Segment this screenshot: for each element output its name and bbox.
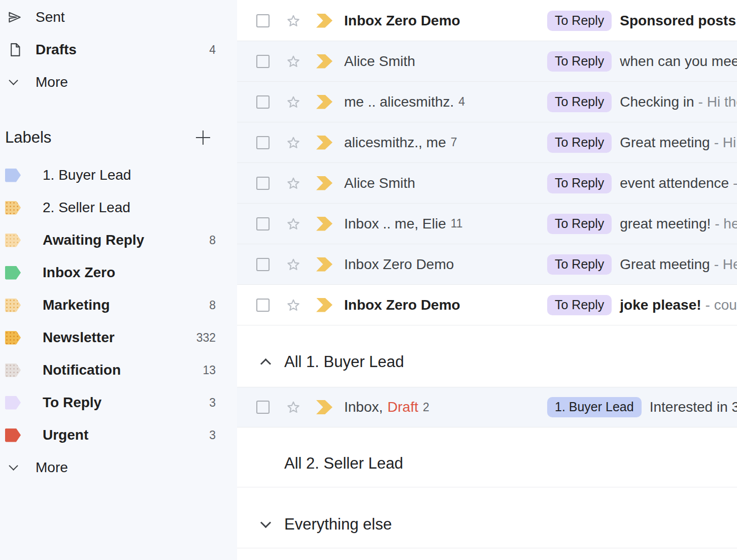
sidebar-label-item[interactable]: Notification 13 bbox=[0, 354, 237, 386]
select-checkbox[interactable] bbox=[256, 217, 270, 230]
sidebar-label-item[interactable]: To Reply 3 bbox=[0, 386, 237, 419]
select-checkbox[interactable] bbox=[256, 136, 270, 149]
select-checkbox[interactable] bbox=[256, 14, 270, 27]
snippet-text: - Hey bbox=[714, 256, 737, 273]
label-badge[interactable]: 1. Buyer Lead bbox=[547, 397, 642, 417]
snippet-text: - hey bbox=[715, 216, 737, 232]
subject-cell: To Reply Great meeting - Hey bbox=[547, 244, 737, 284]
labels-title: Labels bbox=[5, 128, 51, 147]
subject-text: Checking in bbox=[620, 94, 694, 110]
email-row[interactable]: Inbox .. me, Elie 11 To Reply great meet… bbox=[237, 204, 737, 244]
snippet-text: - could bbox=[706, 297, 737, 313]
sidebar-item-label: More bbox=[36, 74, 68, 90]
section-header[interactable]: Everything else bbox=[237, 487, 737, 548]
subject-cell: To Reply Sponsored posts - bbox=[547, 1, 737, 41]
sidebar-item[interactable]: Drafts 4 bbox=[0, 34, 237, 66]
sender-cell: Inbox Zero Demo bbox=[344, 1, 460, 41]
star-icon[interactable] bbox=[285, 135, 302, 151]
sidebar-item-label: More bbox=[36, 459, 68, 476]
email-list: All 1. Buyer Lead All 2. Seller Lead Eve… bbox=[237, 0, 737, 560]
subject-cell: To Reply great meeting! - hey bbox=[547, 204, 737, 244]
sidebar-label-item[interactable]: Newsletter 332 bbox=[0, 321, 237, 354]
drafts-icon bbox=[0, 42, 36, 57]
star-icon[interactable] bbox=[285, 53, 302, 70]
label-badge[interactable]: To Reply bbox=[547, 295, 612, 315]
sidebar-label-item[interactable]: Urgent 3 bbox=[0, 419, 237, 451]
label-tag-icon bbox=[5, 266, 21, 280]
sender-cell: Inbox, Draft 2 bbox=[344, 387, 429, 427]
label-name: Marketing bbox=[43, 297, 110, 313]
subject-text: event attendence bbox=[620, 175, 729, 191]
section-header[interactable]: All 2. Seller Lead bbox=[237, 428, 737, 487]
sidebar-item-label: Sent bbox=[36, 9, 65, 25]
sender-cell: Inbox .. me, Elie 11 bbox=[344, 204, 463, 244]
label-badge[interactable]: To Reply bbox=[547, 51, 612, 72]
section-chevron-icon[interactable] bbox=[260, 358, 271, 369]
select-checkbox[interactable] bbox=[256, 177, 270, 190]
subject-text: Great meeting bbox=[620, 256, 710, 273]
label-badge[interactable]: To Reply bbox=[547, 214, 612, 234]
sidebar-label-item[interactable]: Inbox Zero bbox=[0, 256, 237, 289]
select-checkbox[interactable] bbox=[256, 55, 270, 68]
label-tag-icon bbox=[5, 331, 21, 345]
sender-cell: me .. alicesmithz. 4 bbox=[344, 82, 465, 122]
label-badge[interactable]: To Reply bbox=[547, 92, 612, 112]
sidebar-item[interactable]: Sent bbox=[0, 1, 237, 34]
label-name: Newsletter bbox=[43, 330, 115, 346]
label-name: To Reply bbox=[43, 394, 102, 411]
star-icon[interactable] bbox=[285, 216, 302, 232]
sidebar-item-more-labels[interactable]: More bbox=[0, 451, 237, 484]
star-icon[interactable] bbox=[285, 13, 302, 29]
star-icon[interactable] bbox=[285, 297, 302, 313]
star-icon[interactable] bbox=[285, 399, 302, 415]
email-row[interactable]: Inbox Zero Demo To Reply Great meeting -… bbox=[237, 244, 737, 285]
sidebar-label-item[interactable]: Marketing 8 bbox=[0, 289, 237, 321]
label-tag-icon bbox=[5, 169, 21, 182]
sidebar-item-label: Drafts bbox=[36, 42, 77, 58]
label-badge[interactable]: To Reply bbox=[547, 254, 612, 275]
chevron-down-icon bbox=[0, 81, 36, 84]
thread-count: 4 bbox=[458, 95, 465, 109]
label-badge[interactable]: To Reply bbox=[547, 133, 612, 153]
subject-text: joke please! bbox=[620, 297, 701, 313]
sidebar-label-item[interactable]: Awaiting Reply 8 bbox=[0, 224, 237, 256]
star-icon[interactable] bbox=[285, 175, 302, 191]
label-tag-icon bbox=[5, 364, 21, 377]
label-count: 332 bbox=[196, 331, 216, 345]
sidebar-item[interactable]: More bbox=[0, 66, 237, 98]
snippet-text: - H bbox=[733, 175, 737, 191]
sidebar-item-count: 4 bbox=[209, 43, 216, 57]
sidebar-label-item[interactable]: 1. Buyer Lead bbox=[0, 159, 237, 191]
email-row[interactable]: Inbox Zero Demo To Reply Sponsored posts… bbox=[237, 1, 737, 41]
label-badge[interactable]: To Reply bbox=[547, 173, 612, 193]
sender-name: me .. alicesmithz. bbox=[344, 94, 454, 110]
select-checkbox[interactable] bbox=[256, 258, 270, 271]
section-chevron-icon[interactable] bbox=[260, 517, 271, 528]
section-label: Everything else bbox=[284, 515, 392, 534]
label-name: 1. Buyer Lead bbox=[43, 167, 131, 183]
section-header[interactable]: All 1. Buyer Lead bbox=[237, 325, 737, 387]
label-tag-icon bbox=[5, 234, 21, 247]
label-badge[interactable]: To Reply bbox=[547, 11, 612, 31]
star-icon[interactable] bbox=[285, 94, 302, 110]
send-icon bbox=[0, 10, 36, 25]
add-label-icon[interactable] bbox=[195, 129, 211, 146]
sender-name: Inbox Zero Demo bbox=[344, 13, 460, 29]
select-checkbox[interactable] bbox=[256, 299, 270, 312]
email-row[interactable]: Alice Smith To Reply event attendence - … bbox=[237, 163, 737, 204]
select-checkbox[interactable] bbox=[256, 95, 270, 109]
select-checkbox[interactable] bbox=[256, 401, 270, 414]
email-row[interactable]: alicesmithz., me 7 To Reply Great meetin… bbox=[237, 122, 737, 163]
star-icon[interactable] bbox=[285, 256, 302, 273]
importance-marker-icon bbox=[316, 400, 332, 414]
label-count: 3 bbox=[209, 429, 216, 442]
send-icon bbox=[7, 10, 22, 25]
importance-marker-icon bbox=[316, 14, 332, 28]
sidebar-label-item[interactable]: 2. Seller Lead bbox=[0, 191, 237, 224]
email-row[interactable]: Alice Smith To Reply when can you meet bbox=[237, 41, 737, 82]
email-row[interactable]: me .. alicesmithz. 4 To Reply Checking i… bbox=[237, 82, 737, 122]
sender-name: Inbox Zero Demo bbox=[344, 256, 454, 273]
sender-name: Alice Smith bbox=[344, 53, 415, 70]
email-row[interactable]: Inbox Zero Demo To Reply joke please! - … bbox=[237, 285, 737, 325]
email-row[interactable]: Inbox, Draft 2 1. Buyer Lead Interested … bbox=[237, 387, 737, 427]
